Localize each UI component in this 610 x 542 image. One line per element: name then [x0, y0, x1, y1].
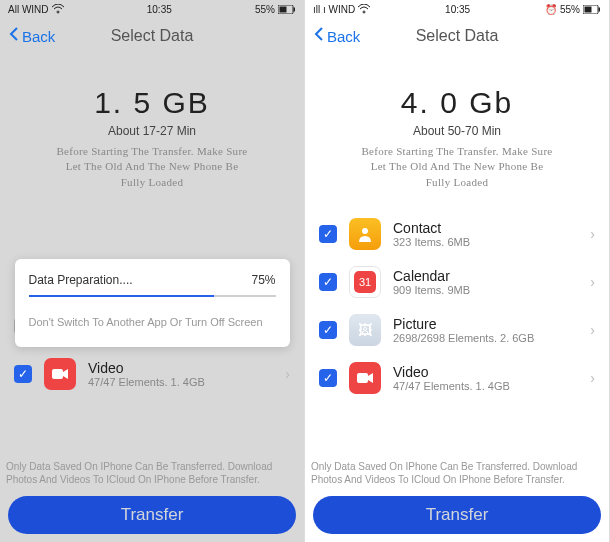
back-button[interactable]: Back — [8, 26, 55, 47]
item-title: Contact — [393, 220, 578, 236]
chevron-right-icon: › — [590, 274, 595, 290]
item-title: Picture — [88, 312, 273, 328]
battery-percent: 55% — [560, 4, 580, 15]
item-subtitle: 47/47 Elements. 1. 4GB — [393, 380, 578, 392]
status-bar: ıll ı WIND 10:35 ⏰ 55% — [305, 0, 609, 18]
video-icon — [44, 358, 76, 390]
item-subtitle: 2698/2698 Elements. 2. 6GB — [393, 332, 578, 344]
page-title: Select Data — [416, 27, 499, 45]
size-time: About 17-27 Min — [10, 124, 294, 138]
carrier-label: All WIND — [8, 4, 49, 15]
chevron-left-icon — [313, 26, 325, 47]
clock-label: 10:35 — [445, 4, 470, 15]
calendar-icon: 31 — [349, 266, 381, 298]
svg-point-7 — [362, 228, 368, 234]
battery-icon — [583, 5, 601, 14]
size-summary: 1. 5 GB About 17-27 Min — [10, 86, 294, 138]
item-subtitle: 909 Items. 9MB — [393, 284, 578, 296]
modal-percent: 75% — [251, 273, 275, 287]
item-title: Video — [88, 360, 273, 376]
item-subtitle: 323 Items. 6MB — [393, 236, 578, 248]
svg-rect-1 — [279, 6, 286, 12]
carrier-label: ıll ı WIND — [313, 4, 355, 15]
chevron-left-icon — [8, 26, 20, 47]
data-list: ✓ Contact 323 Items. 6MB › ✓ 31 Calendar… — [315, 210, 599, 454]
item-title: Calendar — [393, 268, 578, 284]
screen-right: ıll ı WIND 10:35 ⏰ 55% Back Select Data … — [305, 0, 610, 542]
list-item[interactable]: ✓ Contact 323 Items. 6MB › — [315, 210, 599, 258]
modal-title: Data Preparation.... — [29, 273, 133, 287]
size-value: 4. 0 Gb — [315, 86, 599, 120]
checkbox-checked[interactable]: ✓ — [14, 365, 32, 383]
status-bar: All WIND 10:35 55% — [0, 0, 304, 18]
checkbox-unchecked[interactable] — [14, 317, 32, 335]
list-item[interactable]: 🖼 Picture 0/937 Elements. 0KB › — [10, 302, 294, 350]
warning-text: Before Starting The Transfer. Make Sure … — [315, 144, 599, 190]
back-button[interactable]: Back — [313, 26, 360, 47]
size-summary: 4. 0 Gb About 50-70 Min — [315, 86, 599, 138]
checkbox-checked[interactable]: ✓ — [319, 273, 337, 291]
svg-rect-3 — [52, 369, 63, 379]
svg-rect-8 — [357, 373, 368, 383]
svg-rect-2 — [293, 7, 295, 11]
list-item[interactable]: ✓ 🖼 Picture 2698/2698 Elements. 2. 6GB › — [315, 306, 599, 354]
chevron-right-icon: › — [285, 366, 290, 382]
back-label: Back — [22, 28, 55, 45]
footer-note: Only Data Saved On IPhone Can Be Transfe… — [305, 454, 609, 492]
checkbox-checked[interactable]: ✓ — [319, 369, 337, 387]
battery-icon — [278, 5, 296, 14]
page-title: Select Data — [111, 27, 194, 45]
picture-icon: 🖼 — [44, 310, 76, 342]
size-time: About 50-70 Min — [315, 124, 599, 138]
checkbox-checked[interactable]: ✓ — [319, 225, 337, 243]
chevron-right-icon: › — [285, 318, 290, 334]
list-item[interactable]: ✓ 31 Calendar 909 Items. 9MB › — [315, 258, 599, 306]
screen-left: All WIND 10:35 55% Back Select Data 1. 5… — [0, 0, 305, 542]
svg-rect-6 — [598, 7, 600, 11]
checkbox-checked[interactable]: ✓ — [319, 321, 337, 339]
nav-bar: Back Select Data — [0, 18, 304, 54]
picture-icon: 🖼 — [349, 314, 381, 346]
back-label: Back — [327, 28, 360, 45]
chevron-right-icon: › — [590, 370, 595, 386]
list-item[interactable]: ✓ Video 47/47 Elements. 1. 4GB › — [10, 350, 294, 398]
footer-note: Only Data Saved On IPhone Can Be Transfe… — [0, 454, 304, 492]
clock-label: 10:35 — [147, 4, 172, 15]
nav-bar: Back Select Data — [305, 18, 609, 54]
item-title: Picture — [393, 316, 578, 332]
transfer-button[interactable]: Transfer — [8, 496, 296, 534]
alarm-icon: ⏰ — [545, 4, 557, 15]
warning-text: Before Starting The Transfer. Make Sure … — [10, 144, 294, 190]
video-icon — [349, 362, 381, 394]
item-title: Video — [393, 364, 578, 380]
size-value: 1. 5 GB — [10, 86, 294, 120]
svg-rect-5 — [584, 6, 591, 12]
progress-bar — [29, 295, 276, 297]
item-subtitle: 47/47 Elements. 1. 4GB — [88, 376, 273, 388]
data-list: 🖼 Picture 0/937 Elements. 0KB › ✓ Video … — [10, 302, 294, 454]
wifi-icon — [358, 4, 370, 14]
wifi-icon — [52, 4, 64, 14]
chevron-right-icon: › — [590, 322, 595, 338]
battery-percent: 55% — [255, 4, 275, 15]
list-item[interactable]: ✓ Video 47/47 Elements. 1. 4GB › — [315, 354, 599, 402]
item-subtitle: 0/937 Elements. 0KB — [88, 328, 273, 340]
chevron-right-icon: › — [590, 226, 595, 242]
progress-fill — [29, 295, 214, 297]
contact-icon — [349, 218, 381, 250]
transfer-button[interactable]: Transfer — [313, 496, 601, 534]
